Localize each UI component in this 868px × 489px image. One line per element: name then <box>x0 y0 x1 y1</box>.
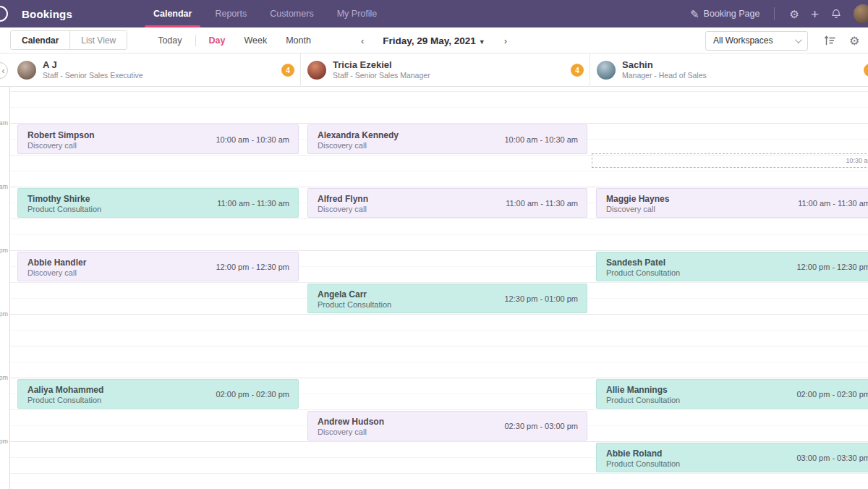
bookings-app: Bookings Calendar Reports Customers My P… <box>0 0 868 489</box>
staff-header-sachin[interactable]: Sachin Manager - Head of Sales 4 <box>590 54 868 87</box>
chevron-down-icon <box>795 36 802 43</box>
staff-role: Manager - Head of Sales <box>622 71 707 81</box>
view-toggle: Calendar List View <box>10 30 127 50</box>
time-label: 02:00 pm <box>0 374 8 381</box>
next-day-icon[interactable]: › <box>504 35 507 46</box>
grid-line <box>10 187 868 187</box>
booking-count-badge[interactable]: 4 <box>281 64 294 77</box>
appointment-card[interactable]: Sandesh Patel Product Consultation 12:00… <box>596 252 868 281</box>
add-icon[interactable]: + <box>811 7 819 21</box>
month-view-button[interactable]: Month <box>286 35 311 46</box>
grid-line <box>10 171 868 171</box>
appointment-time: 03:00 pm - 03:30 pm <box>796 454 868 462</box>
appointment-time: 10:00 am - 10:30 am <box>216 135 289 144</box>
appointment-card[interactable]: Abbie Roland Product Consultation 03:00 … <box>596 443 868 472</box>
user-avatar[interactable] <box>854 4 868 23</box>
topbar-divider <box>774 7 775 20</box>
day-view-button[interactable]: Day <box>209 35 226 46</box>
top-bar: Bookings Calendar Reports Customers My P… <box>0 0 868 27</box>
sort-list-icon[interactable] <box>824 35 836 46</box>
week-view-button[interactable]: Week <box>244 35 267 46</box>
toggle-calendar-view[interactable]: Calendar <box>11 31 69 49</box>
appointment-card[interactable]: Allie Mannings Product Consultation 02:0… <box>596 379 868 409</box>
appointment-card[interactable]: Robert Simpson Discovery call 10:00 am -… <box>17 124 299 154</box>
nav-calendar[interactable]: Calendar <box>142 0 204 27</box>
appointment-time: 11:00 am - 11:30 am <box>506 199 578 208</box>
nav-customers[interactable]: Customers <box>258 0 325 27</box>
appointment-card[interactable]: Aaliya Mohammed Product Consultation 02:… <box>17 379 299 409</box>
grid-line <box>10 218 868 219</box>
settings-icon[interactable]: ⚙ <box>789 9 799 20</box>
empty-slot-10-30[interactable]: 10:30 am <box>592 153 868 168</box>
staff-role: Staff - Senior Sales Manager <box>333 71 430 81</box>
workspace-selected-value: All Workspaces <box>713 35 773 46</box>
workspace-select[interactable]: All Workspaces <box>705 31 808 51</box>
notifications-bell-icon[interactable] <box>830 8 842 20</box>
calendar-grid[interactable]: Robert Simpson Discovery call 10:00 am -… <box>0 87 868 489</box>
grid-line <box>10 473 868 474</box>
appointment-time: 11:00 am - 11:30 am <box>217 199 289 208</box>
prev-day-icon[interactable]: ‹ <box>361 35 364 46</box>
today-button[interactable]: Today <box>158 35 182 46</box>
appointment-card[interactable]: Angela Carr Product Consultation 12:30 p… <box>307 284 587 313</box>
current-date-dropdown[interactable]: Friday, 29 May, 2021▼ <box>383 35 485 46</box>
grid-line <box>10 409 868 410</box>
appointment-card[interactable]: Andrew Hudson Discovery call 02:30 pm - … <box>307 411 587 441</box>
grid-line <box>10 123 868 124</box>
grid-line <box>10 107 868 108</box>
bookings-logo-icon <box>0 6 8 22</box>
staff-name: Tricia Ezekiel <box>333 59 430 71</box>
staff-header-aj[interactable]: A J Staff - Senior Sales Executive 4 <box>10 54 300 87</box>
nav-reports[interactable]: Reports <box>203 0 258 27</box>
grid-line <box>10 314 868 315</box>
date-text: Friday, 29 May, 2021 <box>383 35 476 46</box>
calendar-toolbar: Calendar List View Today Day Week Month … <box>0 27 868 54</box>
grid-line <box>10 234 868 235</box>
staff-role: Staff - Senior Sales Executive <box>43 71 143 81</box>
calendar-settings-icon[interactable]: ⚙ <box>849 34 868 48</box>
booking-page-label: Booking Page <box>704 9 760 19</box>
booking-page-link[interactable]: ✎ Booking Page <box>690 9 760 20</box>
avatar <box>597 61 616 80</box>
avatar <box>307 61 326 80</box>
grid-line <box>10 362 868 362</box>
topbar-actions: ✎ Booking Page ⚙ + <box>690 0 868 27</box>
time-label: 11:00 am <box>0 183 8 190</box>
grid-line <box>10 282 868 283</box>
appointment-card[interactable]: Abbie Handler Discovery call 12:00 pm - … <box>17 252 299 281</box>
grid-line <box>10 330 868 331</box>
pen-icon: ✎ <box>690 9 699 20</box>
time-label: 10:00 am <box>0 119 8 127</box>
scroll-columns-left-button[interactable]: ‹ <box>0 62 8 79</box>
staff-name: A J <box>43 59 143 71</box>
appointment-time: 02:30 pm - 03:00 pm <box>504 422 578 430</box>
grid-line <box>10 441 868 442</box>
staff-name: Sachin <box>622 59 707 71</box>
appointment-card[interactable]: Alexandra Kennedy Discovery call 10:00 a… <box>307 124 587 154</box>
appointment-card[interactable]: Alfred Flynn Discovery call 11:00 am - 1… <box>307 188 587 218</box>
appointment-card[interactable]: Timothy Shirke Product Consultation 11:0… <box>17 188 299 218</box>
appointment-time: 12:30 pm - 01:00 pm <box>504 294 578 303</box>
toolbar-right: All Workspaces ⚙ <box>705 27 868 54</box>
appointment-card[interactable]: Maggie Haynes Discovery call 11:00 am - … <box>596 188 868 218</box>
time-label: 03:00 pm <box>0 438 8 445</box>
toolbar-separator <box>195 35 196 46</box>
grid-line <box>10 91 868 92</box>
empty-slot-time: 10:30 am <box>846 157 868 164</box>
nav-my-profile[interactable]: My Profile <box>326 0 389 27</box>
time-label: 01:00 pm <box>0 310 8 318</box>
appointment-time: 12:00 pm - 12:30 pm <box>796 263 868 271</box>
app-title: Bookings <box>22 8 72 20</box>
grid-line <box>10 250 868 251</box>
booking-count-badge[interactable]: 4 <box>571 64 584 77</box>
staff-header-tricia[interactable]: Tricia Ezekiel Staff - Senior Sales Mana… <box>300 54 590 87</box>
toggle-list-view[interactable]: List View <box>69 31 127 49</box>
grid-line <box>10 346 868 346</box>
appointment-time: 02:00 pm - 02:30 pm <box>216 390 289 399</box>
appointment-time: 11:00 am - 11:30 am <box>798 199 868 208</box>
staff-header-row: A J Staff - Senior Sales Executive 4 Tri… <box>0 54 868 87</box>
chevron-down-icon: ▼ <box>479 38 485 46</box>
appointment-time: 12:00 pm - 12:30 pm <box>216 263 289 271</box>
avatar <box>17 61 36 80</box>
booking-count-badge[interactable]: 4 <box>864 64 868 77</box>
